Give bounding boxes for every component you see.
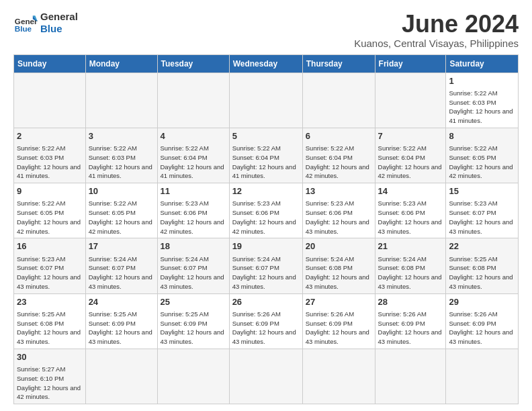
day-number: 5 <box>232 130 300 142</box>
day-info: Sunrise: 5:24 AM Sunset: 6:07 PM Dayligh… <box>232 255 300 291</box>
day-number: 22 <box>449 240 515 253</box>
calendar-cell <box>157 73 229 128</box>
calendar-cell: 28Sunrise: 5:26 AM Sunset: 6:09 PM Dayli… <box>375 293 446 349</box>
weekday-header-thursday: Thursday <box>302 54 375 73</box>
calendar-cell: 3Sunrise: 5:22 AM Sunset: 6:03 PM Daylig… <box>85 128 157 183</box>
logo-blue: Blue <box>40 23 78 35</box>
day-number: 1 <box>449 75 515 87</box>
page-title: June 2024 <box>354 11 519 38</box>
calendar-cell: 29Sunrise: 5:26 AM Sunset: 6:09 PM Dayli… <box>446 293 519 349</box>
calendar-cell: 9Sunrise: 5:22 AM Sunset: 6:05 PM Daylig… <box>14 183 86 238</box>
header: General Blue General Blue June 2024 Kuan… <box>13 11 519 49</box>
day-number: 14 <box>378 185 443 197</box>
calendar-cell: 22Sunrise: 5:25 AM Sunset: 6:08 PM Dayli… <box>446 238 519 293</box>
day-info: Sunrise: 5:22 AM Sunset: 6:03 PM Dayligh… <box>89 144 154 181</box>
title-area: June 2024 Kuanos, Central Visayas, Phili… <box>354 11 519 49</box>
calendar-cell: 24Sunrise: 5:25 AM Sunset: 6:09 PM Dayli… <box>85 293 157 349</box>
calendar-cell <box>446 349 519 404</box>
day-info: Sunrise: 5:26 AM Sunset: 6:09 PM Dayligh… <box>378 310 443 347</box>
calendar-cell: 21Sunrise: 5:24 AM Sunset: 6:08 PM Dayli… <box>375 238 446 293</box>
day-number: 17 <box>89 240 154 253</box>
day-number: 15 <box>449 185 515 197</box>
calendar-cell: 13Sunrise: 5:23 AM Sunset: 6:06 PM Dayli… <box>302 183 375 238</box>
day-number: 26 <box>232 296 300 308</box>
calendar-cell: 20Sunrise: 5:24 AM Sunset: 6:08 PM Dayli… <box>302 238 375 293</box>
calendar-cell: 25Sunrise: 5:25 AM Sunset: 6:09 PM Dayli… <box>157 293 229 349</box>
day-info: Sunrise: 5:22 AM Sunset: 6:04 PM Dayligh… <box>306 144 372 181</box>
day-number: 9 <box>17 185 83 197</box>
day-number: 12 <box>232 185 300 197</box>
calendar-cell: 12Sunrise: 5:23 AM Sunset: 6:06 PM Dayli… <box>229 183 302 238</box>
day-info: Sunrise: 5:24 AM Sunset: 6:07 PM Dayligh… <box>161 255 226 291</box>
calendar-cell: 1Sunrise: 5:22 AM Sunset: 6:03 PM Daylig… <box>446 73 519 128</box>
day-info: Sunrise: 5:23 AM Sunset: 6:07 PM Dayligh… <box>17 255 83 291</box>
day-number: 11 <box>161 185 226 197</box>
calendar-cell: 8Sunrise: 5:22 AM Sunset: 6:05 PM Daylig… <box>446 128 519 183</box>
day-number: 4 <box>161 130 226 142</box>
calendar-cell <box>375 73 446 128</box>
weekday-header-saturday: Saturday <box>446 54 519 73</box>
svg-text:Blue: Blue <box>15 24 32 33</box>
day-info: Sunrise: 5:22 AM Sunset: 6:03 PM Dayligh… <box>449 89 515 126</box>
day-info: Sunrise: 5:25 AM Sunset: 6:08 PM Dayligh… <box>17 310 83 347</box>
calendar-cell: 2Sunrise: 5:22 AM Sunset: 6:03 PM Daylig… <box>14 128 86 183</box>
day-info: Sunrise: 5:22 AM Sunset: 6:03 PM Dayligh… <box>17 144 83 181</box>
day-info: Sunrise: 5:23 AM Sunset: 6:06 PM Dayligh… <box>378 199 443 236</box>
day-number: 6 <box>306 130 372 142</box>
logo: General Blue General Blue <box>13 11 78 35</box>
day-number: 18 <box>161 240 226 253</box>
day-number: 10 <box>89 185 154 197</box>
calendar-cell: 14Sunrise: 5:23 AM Sunset: 6:06 PM Dayli… <box>375 183 446 238</box>
day-info: Sunrise: 5:27 AM Sunset: 6:10 PM Dayligh… <box>17 365 83 402</box>
weekday-header-tuesday: Tuesday <box>157 54 229 73</box>
day-number: 3 <box>89 130 154 142</box>
calendar-cell <box>85 349 157 404</box>
day-info: Sunrise: 5:23 AM Sunset: 6:07 PM Dayligh… <box>449 199 515 236</box>
day-number: 29 <box>449 296 515 308</box>
day-info: Sunrise: 5:25 AM Sunset: 6:09 PM Dayligh… <box>89 310 154 347</box>
calendar-cell: 4Sunrise: 5:22 AM Sunset: 6:04 PM Daylig… <box>157 128 229 183</box>
calendar-cell: 16Sunrise: 5:23 AM Sunset: 6:07 PM Dayli… <box>14 238 86 293</box>
calendar-cell <box>229 349 302 404</box>
calendar-cell <box>157 349 229 404</box>
day-number: 7 <box>378 130 443 142</box>
calendar-cell: 6Sunrise: 5:22 AM Sunset: 6:04 PM Daylig… <box>302 128 375 183</box>
calendar-cell: 10Sunrise: 5:22 AM Sunset: 6:05 PM Dayli… <box>85 183 157 238</box>
day-number: 23 <box>17 296 83 308</box>
calendar-cell: 23Sunrise: 5:25 AM Sunset: 6:08 PM Dayli… <box>14 293 86 349</box>
day-number: 19 <box>232 240 300 253</box>
calendar-cell <box>14 73 86 128</box>
calendar-cell <box>85 73 157 128</box>
calendar-cell: 27Sunrise: 5:26 AM Sunset: 6:09 PM Dayli… <box>302 293 375 349</box>
day-info: Sunrise: 5:22 AM Sunset: 6:04 PM Dayligh… <box>378 144 443 181</box>
day-number: 28 <box>378 296 443 308</box>
logo-general: General <box>40 11 78 23</box>
calendar-cell <box>229 73 302 128</box>
calendar-cell: 26Sunrise: 5:26 AM Sunset: 6:09 PM Dayli… <box>229 293 302 349</box>
day-info: Sunrise: 5:25 AM Sunset: 6:08 PM Dayligh… <box>449 255 515 291</box>
day-info: Sunrise: 5:23 AM Sunset: 6:06 PM Dayligh… <box>161 199 226 236</box>
day-info: Sunrise: 5:22 AM Sunset: 6:05 PM Dayligh… <box>89 199 154 236</box>
day-info: Sunrise: 5:26 AM Sunset: 6:09 PM Dayligh… <box>232 310 300 347</box>
day-info: Sunrise: 5:22 AM Sunset: 6:05 PM Dayligh… <box>449 144 515 181</box>
calendar-cell: 15Sunrise: 5:23 AM Sunset: 6:07 PM Dayli… <box>446 183 519 238</box>
weekday-header-monday: Monday <box>85 54 157 73</box>
calendar-cell: 17Sunrise: 5:24 AM Sunset: 6:07 PM Dayli… <box>85 238 157 293</box>
day-info: Sunrise: 5:26 AM Sunset: 6:09 PM Dayligh… <box>449 310 515 347</box>
weekday-header-friday: Friday <box>375 54 446 73</box>
day-info: Sunrise: 5:22 AM Sunset: 6:05 PM Dayligh… <box>17 199 83 236</box>
day-info: Sunrise: 5:22 AM Sunset: 6:04 PM Dayligh… <box>232 144 300 181</box>
day-number: 8 <box>449 130 515 142</box>
day-info: Sunrise: 5:22 AM Sunset: 6:04 PM Dayligh… <box>161 144 226 181</box>
page-subtitle: Kuanos, Central Visayas, Philippines <box>354 38 519 49</box>
calendar-cell: 11Sunrise: 5:23 AM Sunset: 6:06 PM Dayli… <box>157 183 229 238</box>
calendar-cell: 19Sunrise: 5:24 AM Sunset: 6:07 PM Dayli… <box>229 238 302 293</box>
logo-icon: General Blue <box>13 11 38 35</box>
calendar-cell: 7Sunrise: 5:22 AM Sunset: 6:04 PM Daylig… <box>375 128 446 183</box>
day-number: 30 <box>17 351 83 363</box>
day-info: Sunrise: 5:25 AM Sunset: 6:09 PM Dayligh… <box>161 310 226 347</box>
day-info: Sunrise: 5:23 AM Sunset: 6:06 PM Dayligh… <box>232 199 300 236</box>
calendar-table: SundayMondayTuesdayWednesdayThursdayFrid… <box>13 54 519 405</box>
day-number: 20 <box>306 240 372 253</box>
day-info: Sunrise: 5:23 AM Sunset: 6:06 PM Dayligh… <box>306 199 372 236</box>
